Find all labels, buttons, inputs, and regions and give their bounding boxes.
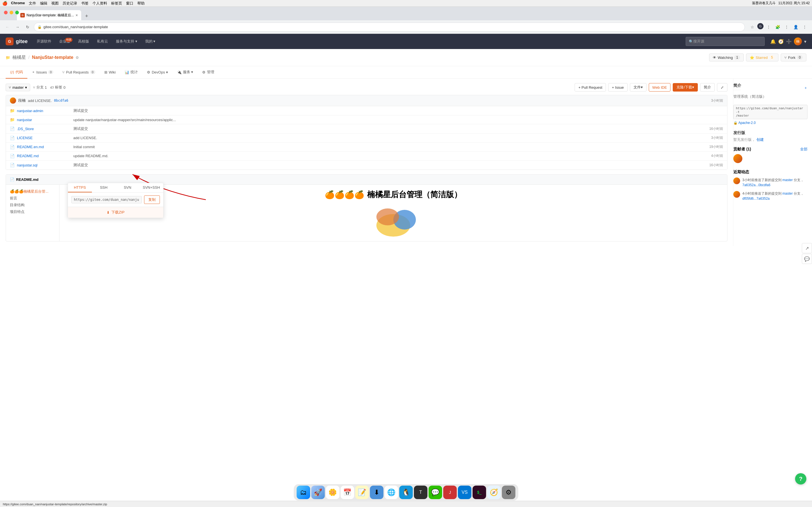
toc-item[interactable]: 项目特点 bbox=[10, 209, 55, 215]
dock-chrome[interactable]: 🌐 bbox=[385, 486, 398, 499]
app-name[interactable]: Chrome bbox=[11, 1, 25, 6]
dock-downloads[interactable]: ⬇ bbox=[370, 486, 384, 499]
menu-file[interactable]: 文件 bbox=[29, 1, 36, 6]
star-button[interactable]: ⭐ Starred 5 bbox=[746, 54, 778, 61]
file-name-link[interactable]: README.en.md bbox=[17, 145, 73, 149]
apache-license[interactable]: 🔒 Apache-2.0 bbox=[733, 121, 808, 125]
menu-history[interactable]: 历史记录 bbox=[63, 1, 77, 6]
gitee-ext-button[interactable]: G bbox=[757, 23, 763, 29]
file-name-link[interactable]: nanjustar-admin bbox=[17, 109, 73, 113]
dock-calendar[interactable]: 📅 bbox=[341, 486, 354, 499]
nav-services[interactable]: 服务与支持 ▾ bbox=[112, 37, 141, 46]
repo-settings-icon[interactable]: ⚙ bbox=[75, 55, 79, 60]
toc-item[interactable]: 目录结构 bbox=[10, 202, 55, 209]
tab-issues[interactable]: ⚬ Issues 0 bbox=[28, 66, 58, 78]
new-issue-button[interactable]: + Issue bbox=[608, 83, 627, 92]
tags-link[interactable]: 🏷 标签 0 bbox=[50, 85, 65, 90]
dock-notes[interactable]: 📝 bbox=[355, 486, 369, 499]
plus-icon[interactable]: ➕ bbox=[786, 39, 792, 44]
dock-jetbrains[interactable]: J bbox=[443, 486, 457, 499]
account-button[interactable]: 👤 bbox=[792, 23, 800, 31]
menu-help[interactable]: 帮助 bbox=[137, 1, 145, 6]
dropdown-icon[interactable]: ▾ bbox=[804, 39, 806, 44]
dock-typora[interactable]: T bbox=[414, 486, 427, 499]
file-name-link[interactable]: nanjustar.sql bbox=[17, 163, 73, 167]
expand-button[interactable]: ⤢ bbox=[717, 83, 727, 92]
file-button[interactable]: 文件▾ bbox=[630, 83, 647, 92]
menu-profile[interactable]: 个人资料 bbox=[93, 1, 107, 6]
clone-button[interactable]: 克隆/下载▾ bbox=[673, 83, 698, 92]
file-name-link[interactable]: README.md bbox=[17, 154, 73, 158]
maximize-button[interactable] bbox=[15, 11, 19, 14]
contributor-avatar[interactable] bbox=[733, 154, 742, 163]
tab-devops[interactable]: ⚙ DevOps ▾ bbox=[142, 66, 172, 78]
notification-icon[interactable]: 🔔 bbox=[770, 39, 776, 44]
active-tab[interactable]: G NanjuStar-template: 楠橘星后... × bbox=[17, 10, 81, 20]
dock-wechat[interactable]: 💬 bbox=[428, 486, 442, 499]
close-button[interactable] bbox=[4, 11, 8, 14]
activity-branch-link[interactable]: master bbox=[782, 178, 793, 182]
commit-author-name[interactable]: 段楠 bbox=[18, 98, 26, 103]
svn-ssh-tab[interactable]: SVN+SSH bbox=[140, 183, 163, 192]
dock-vscode[interactable]: VS bbox=[458, 486, 471, 499]
activity-branch-link[interactable]: master bbox=[782, 191, 793, 195]
minimize-button[interactable] bbox=[10, 11, 13, 14]
file-name-link[interactable]: LICENSE bbox=[17, 136, 73, 140]
intro-button[interactable]: 简介 bbox=[700, 83, 715, 92]
refresh-button[interactable]: ↻ bbox=[24, 23, 32, 31]
watching-button[interactable]: 👁 Watching 1 bbox=[709, 54, 744, 61]
clone-url-input[interactable] bbox=[71, 196, 142, 203]
branches-link[interactable]: ⑂ 分支 1 bbox=[33, 85, 47, 90]
apple-menu[interactable]: 🍎 bbox=[2, 1, 8, 6]
branch-selector[interactable]: ⑂ master ▾ bbox=[6, 83, 30, 91]
https-tab[interactable]: HTTPS bbox=[68, 183, 92, 192]
copy-url-button[interactable]: 复制 bbox=[144, 195, 160, 204]
file-name-link[interactable]: nanjustar bbox=[17, 118, 73, 122]
nav-private-cloud[interactable]: 私有云 bbox=[94, 37, 111, 46]
toc-item-active[interactable]: 🍊🍊🍊楠橘星后台管... bbox=[10, 188, 55, 195]
ssh-tab[interactable]: SSH bbox=[92, 183, 116, 192]
tab-close-button[interactable]: × bbox=[75, 13, 78, 17]
back-button[interactable]: ← bbox=[3, 23, 11, 31]
dock-safari[interactable]: 🧭 bbox=[487, 486, 501, 499]
menu-edit[interactable]: 编辑 bbox=[40, 1, 47, 6]
dock-terminal[interactable]: $_ bbox=[472, 486, 486, 499]
octotree-button[interactable]: ⋮ bbox=[765, 23, 772, 31]
tab-code[interactable]: ⟨/⟩ 代码 bbox=[6, 66, 28, 78]
pull-request-button[interactable]: + Pull Request bbox=[574, 83, 606, 92]
address-bar[interactable]: 🔒 gitee.com/duan_nan/nanjustar-template bbox=[34, 22, 745, 32]
toc-item[interactable]: 前言 bbox=[10, 195, 55, 202]
menu-button[interactable]: ⋮ bbox=[801, 23, 809, 31]
download-zip-button[interactable]: ⬇ 下载ZIP bbox=[68, 207, 163, 218]
menu-window[interactable]: 窗口 bbox=[126, 1, 133, 6]
nav-enterprise[interactable]: 企业版 特惠 bbox=[56, 37, 73, 46]
webide-button[interactable]: Web IDE bbox=[649, 83, 671, 92]
dock-launchpad[interactable]: 🚀 bbox=[311, 486, 325, 499]
side-tool-share[interactable]: ↗ bbox=[802, 243, 812, 253]
intro-add-icon[interactable]: ＋ bbox=[804, 86, 808, 91]
repo-owner[interactable]: 楠橘星 bbox=[12, 55, 26, 60]
bookmark-button[interactable]: ☆ bbox=[748, 23, 756, 31]
activity-commit-link[interactable]: 7a6352a...0bcdfa6 bbox=[742, 183, 770, 187]
gitee-search[interactable]: 🔍 搜开源 bbox=[686, 37, 765, 46]
help-button[interactable]: ? bbox=[795, 473, 806, 485]
user-avatar[interactable]: 楠 bbox=[794, 38, 802, 45]
svn-tab[interactable]: SVN bbox=[116, 183, 140, 192]
nav-education[interactable]: 高校版 bbox=[75, 37, 93, 46]
new-tab-button[interactable]: + bbox=[82, 12, 91, 20]
fork-button[interactable]: ⑂ Fork 0 bbox=[781, 54, 806, 61]
menu-tabs[interactable]: 标签页 bbox=[111, 1, 122, 6]
menu-view[interactable]: 视图 bbox=[51, 1, 59, 6]
dock-photos[interactable]: 🌼 bbox=[326, 486, 340, 499]
more-button[interactable]: ⋮ bbox=[783, 23, 791, 31]
forward-button[interactable]: → bbox=[13, 23, 21, 31]
dock-system-prefs[interactable]: ⚙ bbox=[502, 486, 515, 499]
side-tool-chat[interactable]: 💬 bbox=[802, 254, 812, 264]
all-contributors-link[interactable]: 全部 bbox=[800, 147, 808, 152]
commit-hash[interactable]: 0bcdfa6 bbox=[54, 99, 68, 103]
explore-icon[interactable]: 🧭 bbox=[778, 39, 784, 44]
extensions-button[interactable]: 🧩 bbox=[774, 23, 781, 31]
activity-commit-link[interactable]: df05fd6...7a6352a bbox=[742, 196, 770, 201]
file-name-link[interactable]: .DS_Store bbox=[17, 127, 73, 131]
dock-finder[interactable]: 🗂 bbox=[297, 486, 310, 499]
